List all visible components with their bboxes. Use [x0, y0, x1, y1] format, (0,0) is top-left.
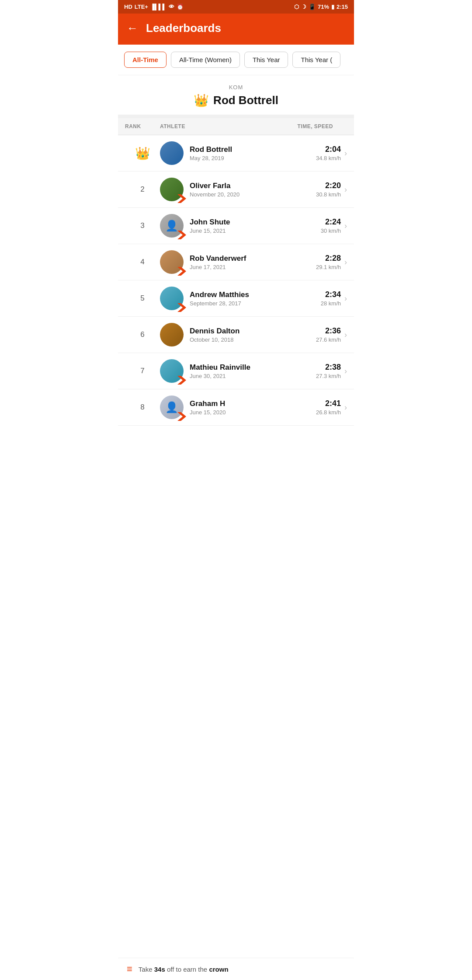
bluetooth-icon: ⬡ [294, 4, 299, 10]
athlete-name: Mathieu Rainville [190, 363, 250, 372]
athlete-cell: Andrew Matthies September 28, 2017 [160, 287, 277, 310]
status-bar: HD LTE+ ▐▌▌▌ 👁 ⏰ ⬡ ☽ 📱 71% ▮ 2:15 [118, 0, 354, 14]
time-value: 2:24 [321, 217, 341, 227]
athlete-cell: Oliver Farla November 20, 2020 [160, 178, 277, 201]
time-cell: 2:36 27.6 km/h › [277, 326, 347, 343]
rank-cell: 6 [125, 330, 160, 339]
avatar [160, 250, 184, 274]
col-rank-header: RANK [125, 123, 160, 130]
rank-number: 5 [140, 294, 144, 303]
row-chevron-icon: › [344, 403, 347, 412]
rank-number: 8 [140, 403, 144, 412]
header: ← Leaderboards [118, 14, 354, 45]
rank-cell: 👑 [125, 146, 160, 161]
kom-athlete-name: Rod Bottrell [213, 94, 278, 107]
col-athlete-header: ATHLETE [160, 123, 277, 130]
table-row[interactable]: 3👤 John Shute June 15, 2021 2:24 30 km/h… [118, 208, 354, 244]
time-value: 2:04 [316, 145, 341, 154]
time-value: 2:34 [321, 290, 341, 299]
athlete-cell: Mathieu Rainville June 30, 2021 [160, 359, 277, 383]
athlete-name: Graham H [190, 399, 226, 408]
row-chevron-icon: › [344, 258, 347, 267]
rank-cell: 3 [125, 221, 160, 230]
eye-icon: 👁 [169, 4, 174, 10]
lte-label: LTE+ [135, 4, 148, 10]
athlete-info: Oliver Farla November 20, 2020 [190, 182, 239, 198]
athlete-cell: Rob Vanderwerf June 17, 2021 [160, 250, 277, 274]
athlete-name: Oliver Farla [190, 182, 239, 190]
table-row[interactable]: 8👤 Graham H June 15, 2020 2:41 26.8 km/h… [118, 389, 354, 426]
athlete-name: John Shute [190, 218, 230, 227]
athlete-info: Dennis Dalton October 10, 2018 [190, 327, 239, 343]
avatar [160, 287, 184, 310]
battery-level: 71% [318, 4, 329, 10]
athlete-name: Rob Vanderwerf [190, 254, 246, 263]
speed-value: 29.1 km/h [316, 264, 341, 270]
col-time-header: TIME, SPEED [277, 123, 347, 130]
table-row[interactable]: 4 Rob Vanderwerf June 17, 2021 2:28 29.1… [118, 244, 354, 280]
status-left: HD LTE+ ▐▌▌▌ 👁 ⏰ [124, 4, 184, 10]
crown-icon: 👑 [194, 93, 209, 108]
moon-icon: ☽ [301, 4, 306, 10]
rank-number: 4 [140, 258, 144, 266]
athlete-date: June 15, 2020 [190, 409, 226, 416]
row-chevron-icon: › [344, 330, 347, 340]
rank-cell: 4 [125, 258, 160, 266]
athlete-name: Dennis Dalton [190, 327, 239, 336]
rank-cell: 2 [125, 185, 160, 194]
clock: 2:15 [337, 4, 348, 10]
time-cell: 2:34 28 km/h › [277, 290, 347, 307]
rank-number: 2 [140, 185, 144, 194]
speed-value: 34.8 km/h [316, 155, 341, 161]
avatar: 👤 [160, 214, 184, 238]
time-value: 2:38 [316, 363, 341, 372]
battery-icon: ▮ [331, 4, 334, 10]
leaderboard-list: 👑 Rod Bottrell May 28, 2019 2:04 34.8 km… [118, 135, 354, 426]
athlete-date: June 30, 2021 [190, 373, 250, 379]
signal-icon: ▐▌▌▌ [150, 4, 167, 10]
table-row[interactable]: 7 Mathieu Rainville June 30, 2021 2:38 2… [118, 353, 354, 389]
tab-all-time[interactable]: All-Time [124, 52, 167, 68]
kom-section: KOM 👑 Rod Bottrell [118, 75, 354, 118]
athlete-info: Graham H June 15, 2020 [190, 399, 226, 416]
time-cell: 2:38 27.3 km/h › [277, 363, 347, 379]
row-chevron-icon: › [344, 367, 347, 376]
table-row[interactable]: 5 Andrew Matthies September 28, 2017 2:3… [118, 280, 354, 317]
table-header: RANK ATHLETE TIME, SPEED [118, 118, 354, 135]
time-cell: 2:28 29.1 km/h › [277, 254, 347, 270]
speed-value: 27.6 km/h [316, 336, 341, 343]
avatar: 👤 [160, 396, 184, 419]
hd-label: HD [124, 4, 132, 10]
athlete-date: November 20, 2020 [190, 191, 239, 198]
time-cell: 2:04 34.8 km/h › [277, 145, 347, 161]
athlete-date: September 28, 2017 [190, 300, 249, 307]
tab-this-year[interactable]: This Year [244, 52, 288, 68]
table-row[interactable]: 6 Dennis Dalton October 10, 2018 2:36 27… [118, 317, 354, 353]
back-button[interactable]: ← [127, 21, 138, 35]
kom-name: 👑 Rod Bottrell [118, 93, 354, 108]
avatar [160, 323, 184, 346]
row-chevron-icon: › [344, 294, 347, 303]
athlete-cell: Rod Bottrell May 28, 2019 [160, 141, 277, 165]
speed-value: 30 km/h [321, 228, 341, 234]
time-cell: 2:41 26.8 km/h › [277, 399, 347, 416]
athlete-date: June 17, 2021 [190, 264, 246, 270]
time-cell: 2:24 30 km/h › [277, 217, 347, 234]
table-row[interactable]: 2 Oliver Farla November 20, 2020 2:20 30… [118, 172, 354, 208]
time-value: 2:28 [316, 254, 341, 263]
rank-cell: 8 [125, 403, 160, 412]
athlete-name: Andrew Matthies [190, 290, 249, 299]
phone-icon: 📱 [309, 4, 316, 10]
kom-label: KOM [118, 84, 354, 91]
tab-all-time-women[interactable]: All-Time (Women) [171, 52, 240, 68]
rank-cell: 5 [125, 294, 160, 303]
athlete-date: May 28, 2019 [190, 155, 232, 161]
time-cell: 2:20 30.8 km/h › [277, 181, 347, 198]
tab-this-year-women[interactable]: This Year ( [292, 52, 340, 68]
rank-number: 7 [140, 367, 144, 375]
rank-number: 3 [140, 221, 144, 230]
time-value: 2:20 [316, 181, 341, 190]
rank-cell: 7 [125, 367, 160, 375]
table-row[interactable]: 👑 Rod Bottrell May 28, 2019 2:04 34.8 km… [118, 135, 354, 172]
speed-value: 30.8 km/h [316, 191, 341, 198]
